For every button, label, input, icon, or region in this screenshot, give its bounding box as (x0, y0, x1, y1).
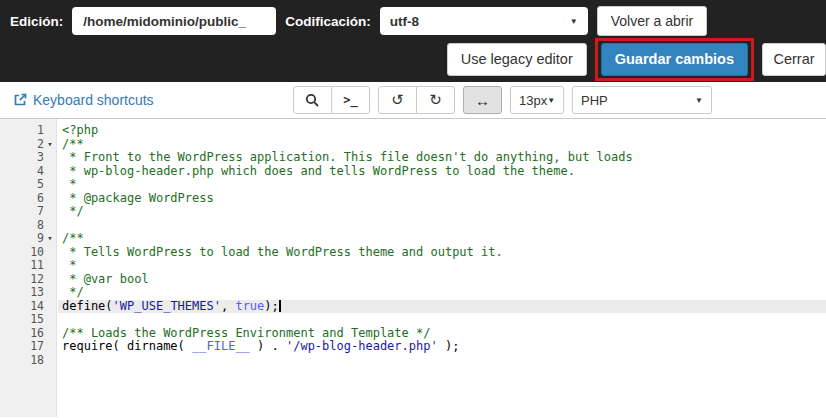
code-line[interactable]: <?php (58, 124, 826, 138)
toolbar-buttons: >_ ↺ ↻ ↔ 13px ▼ PHP (293, 86, 712, 114)
edit-label: Edición: (10, 14, 63, 29)
line-number: 10 (0, 246, 56, 260)
line-number: 7 (0, 205, 56, 219)
code-line[interactable] (58, 313, 826, 327)
word-wrap-toggle[interactable]: ↔ (463, 86, 502, 114)
line-number: 2▾ (0, 138, 56, 152)
close-button[interactable]: Cerrar (762, 43, 826, 76)
line-number: 9▾ (0, 232, 56, 246)
line-number-gutter: 12▾3456789▾101112131415161718 (0, 119, 57, 417)
keyboard-shortcuts-link[interactable]: Keyboard shortcuts (13, 92, 154, 108)
legacy-editor-button[interactable]: Use legacy editor (447, 43, 587, 76)
undo-button[interactable]: ↺ (378, 86, 417, 114)
line-number: 17 (0, 340, 56, 354)
line-number: 1 (0, 124, 56, 138)
line-number: 15 (0, 313, 56, 327)
code-line[interactable]: * wp-blog-header.php which does and tell… (58, 165, 826, 179)
word-wrap-icon: ↔ (475, 92, 490, 109)
line-number: 6 (0, 192, 56, 206)
syntax-mode-select[interactable]: PHP ▼ (572, 86, 712, 114)
search-terminal-group: >_ (293, 86, 370, 114)
code-line[interactable] (58, 219, 826, 233)
redo-button[interactable]: ↻ (416, 86, 455, 114)
encoding-select[interactable]: utf-8 ▼ (380, 7, 588, 35)
code-line[interactable]: * Tells WordPress to load the WordPress … (58, 246, 826, 260)
terminal-button[interactable]: >_ (331, 86, 370, 114)
code-line[interactable]: * @package WordPress (58, 192, 826, 206)
line-number: 16 (0, 327, 56, 341)
undo-icon: ↺ (391, 91, 404, 109)
encoding-selected-value: utf-8 (390, 14, 419, 29)
chevron-down-icon: ▼ (695, 96, 703, 105)
save-annotation-box: Guardar cambios (595, 38, 754, 81)
header-row-actions: Use legacy editor Guardar cambios Cerrar (0, 37, 826, 81)
text-cursor (279, 300, 281, 312)
code-line[interactable]: require( dirname( __FILE__ ) . '/wp-blog… (58, 340, 826, 354)
font-size-select[interactable]: 13px ▼ (510, 86, 564, 114)
chevron-down-icon: ▼ (547, 96, 555, 105)
code-editor[interactable]: 12▾3456789▾101112131415161718 <?php/** *… (0, 119, 826, 417)
chevron-down-icon: ▼ (570, 17, 578, 26)
code-line[interactable]: /** Loads the WordPress Environment and … (58, 327, 826, 341)
external-link-icon (13, 93, 27, 107)
editor-header: Edición: Codificación: utf-8 ▼ Volver a … (0, 0, 826, 82)
code-line[interactable]: define('WP_USE_THEMES', true); (58, 300, 826, 314)
search-button[interactable] (293, 86, 332, 114)
code-line[interactable]: /** (58, 138, 826, 152)
code-line[interactable]: */ (58, 286, 826, 300)
undo-redo-group: ↺ ↻ (378, 86, 455, 114)
search-icon (305, 93, 320, 108)
fold-caret-icon[interactable]: ▾ (44, 138, 56, 152)
fold-caret-icon[interactable]: ▾ (44, 232, 56, 246)
code-line[interactable]: * (58, 178, 826, 192)
save-button[interactable]: Guardar cambios (601, 43, 748, 76)
reopen-button[interactable]: Volver a abrir (597, 6, 707, 36)
code-line[interactable]: * @var bool (58, 273, 826, 287)
keyboard-shortcuts-label: Keyboard shortcuts (33, 92, 154, 108)
file-path-input[interactable] (72, 7, 276, 35)
line-number: 4 (0, 165, 56, 179)
code-line[interactable]: /** (58, 232, 826, 246)
editor-toolbar: Keyboard shortcuts >_ ↺ ↻ (0, 82, 826, 119)
line-number: 11 (0, 259, 56, 273)
encoding-label: Codificación: (285, 14, 371, 29)
line-number: 14 (0, 300, 56, 314)
code-area[interactable]: <?php/** * Front to the WordPress applic… (58, 119, 826, 367)
header-row-file: Edición: Codificación: utf-8 ▼ Volver a … (0, 5, 826, 37)
code-line[interactable] (58, 354, 826, 368)
syntax-mode-value: PHP (581, 93, 608, 108)
line-number: 3 (0, 151, 56, 165)
terminal-icon: >_ (343, 93, 357, 107)
line-number: 5 (0, 178, 56, 192)
line-number: 12 (0, 273, 56, 287)
line-number: 8 (0, 219, 56, 233)
font-size-value: 13px (519, 93, 547, 108)
file-editor-window: Edición: Codificación: utf-8 ▼ Volver a … (0, 0, 826, 418)
code-line[interactable]: */ (58, 205, 826, 219)
code-line[interactable]: * (58, 259, 826, 273)
line-number: 18 (0, 354, 56, 368)
line-number: 13 (0, 286, 56, 300)
code-line[interactable]: * Front to the WordPress application. Th… (58, 151, 826, 165)
redo-icon: ↻ (429, 91, 442, 109)
wrap-group: ↔ (463, 86, 502, 114)
